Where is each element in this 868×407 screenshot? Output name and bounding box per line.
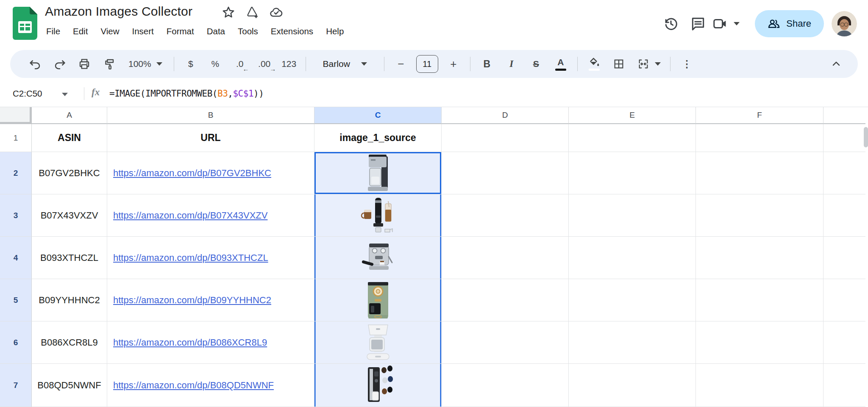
- cell-c7[interactable]: [314, 364, 442, 407]
- url-link[interactable]: https://amazon.com/dp/B08QD5NWNF: [113, 380, 274, 391]
- row-header-4[interactable]: 4: [0, 237, 32, 279]
- share-button[interactable]: Share: [755, 10, 824, 37]
- cell-d4[interactable]: [442, 237, 569, 279]
- column-header-partial[interactable]: [823, 107, 868, 124]
- cell-b5[interactable]: https://amazon.com/dp/B09YYHHNC2: [107, 279, 314, 321]
- column-header-b[interactable]: B: [107, 107, 314, 124]
- cell-f4[interactable]: [696, 237, 823, 279]
- name-box[interactable]: C2:C50: [13, 80, 42, 107]
- document-title[interactable]: Amazon Images Collector: [45, 4, 192, 19]
- cell-c1[interactable]: image_1_source: [314, 124, 442, 152]
- cell-d1[interactable]: [442, 124, 569, 152]
- cell-g6[interactable]: [823, 321, 868, 364]
- cell-e3[interactable]: [569, 194, 696, 237]
- cell-e2[interactable]: [569, 152, 696, 194]
- move-icon[interactable]: [245, 5, 259, 19]
- menu-insert[interactable]: Insert: [125, 24, 160, 39]
- format-currency-button[interactable]: $: [181, 55, 200, 73]
- paint-format-button[interactable]: [100, 55, 118, 73]
- cell-f2[interactable]: [696, 152, 823, 194]
- cloud-status-icon[interactable]: [269, 5, 284, 19]
- cell-g2[interactable]: [823, 152, 868, 194]
- row-header-5[interactable]: 5: [0, 279, 32, 321]
- cell-e4[interactable]: [569, 237, 696, 279]
- cell-b2[interactable]: https://amazon.com/dp/B07GV2BHKC: [107, 152, 314, 194]
- italic-button[interactable]: I: [502, 55, 521, 73]
- url-link[interactable]: https://amazon.com/dp/B09YYHHNC2: [113, 295, 271, 306]
- cell-e6[interactable]: [569, 321, 696, 364]
- menu-data[interactable]: Data: [200, 24, 231, 39]
- cell-d7[interactable]: [442, 364, 569, 407]
- vertical-scrollbar[interactable]: [865, 107, 868, 407]
- column-header-a[interactable]: A: [32, 107, 107, 124]
- fill-color-button[interactable]: [585, 55, 604, 73]
- cell-e1[interactable]: [569, 124, 696, 152]
- cell-a5[interactable]: B09YYHHNC2: [32, 279, 107, 321]
- borders-button[interactable]: [609, 55, 628, 73]
- row-header-6[interactable]: 6: [0, 321, 32, 364]
- cell-c4[interactable]: [314, 237, 442, 279]
- cell-d2[interactable]: [442, 152, 569, 194]
- cell-f1[interactable]: [696, 124, 823, 152]
- cell-f6[interactable]: [696, 321, 823, 364]
- cell-d3[interactable]: [442, 194, 569, 237]
- cell-b7[interactable]: https://amazon.com/dp/B08QD5NWNF: [107, 364, 314, 407]
- font-select[interactable]: Barlow: [313, 55, 377, 73]
- row-header-1[interactable]: 1: [0, 124, 32, 152]
- merge-caret-icon[interactable]: [653, 55, 663, 73]
- version-history-icon[interactable]: [657, 10, 684, 37]
- menu-view[interactable]: View: [94, 24, 125, 39]
- cell-g7[interactable]: [823, 364, 868, 407]
- column-header-f[interactable]: F: [696, 107, 823, 124]
- bold-button[interactable]: B: [478, 55, 496, 73]
- merge-cells-button[interactable]: [634, 55, 653, 73]
- hide-menus-button[interactable]: [827, 55, 846, 73]
- cell-d5[interactable]: [442, 279, 569, 321]
- star-icon[interactable]: [221, 5, 236, 19]
- more-toolbar-options-button[interactable]: ⋮: [678, 55, 696, 73]
- print-button[interactable]: [75, 55, 94, 73]
- cell-a6[interactable]: B086XCR8L9: [32, 321, 107, 364]
- url-link[interactable]: https://amazon.com/dp/B086XCR8L9: [113, 337, 267, 348]
- cell-c3[interactable]: [314, 194, 442, 237]
- cell-a4[interactable]: B093XTHCZL: [32, 237, 107, 279]
- cell-f3[interactable]: [696, 194, 823, 237]
- text-color-button[interactable]: A: [551, 55, 570, 73]
- row-header-7[interactable]: 7: [0, 364, 32, 407]
- increase-font-size-button[interactable]: +: [444, 55, 463, 73]
- cell-a2[interactable]: B07GV2BHKC: [32, 152, 107, 194]
- url-link[interactable]: https://amazon.com/dp/B07GV2BHKC: [113, 168, 271, 179]
- cell-c6[interactable]: [314, 321, 442, 364]
- url-link[interactable]: https://amazon.com/dp/B07X43VXZV: [113, 210, 267, 221]
- strikethrough-button[interactable]: S: [527, 55, 545, 73]
- menu-file[interactable]: File: [40, 24, 67, 39]
- cell-a7[interactable]: B08QD5NWNF: [32, 364, 107, 407]
- cell-b6[interactable]: https://amazon.com/dp/B086XCR8L9: [107, 321, 314, 364]
- cell-g5[interactable]: [823, 279, 868, 321]
- vertical-scrollbar-thumb[interactable]: [864, 127, 868, 147]
- account-avatar[interactable]: [832, 11, 857, 36]
- cell-b3[interactable]: https://amazon.com/dp/B07X43VXZV: [107, 194, 314, 237]
- sheets-logo-icon[interactable]: [13, 7, 37, 40]
- redo-button[interactable]: [50, 55, 69, 73]
- decrease-font-size-button[interactable]: −: [392, 55, 410, 73]
- row-header-2[interactable]: 2: [0, 152, 32, 194]
- cell-f7[interactable]: [696, 364, 823, 407]
- comments-icon[interactable]: [684, 10, 712, 37]
- column-header-e[interactable]: E: [569, 107, 696, 124]
- menu-tools[interactable]: Tools: [231, 24, 264, 39]
- cell-f5[interactable]: [696, 279, 823, 321]
- select-all-corner[interactable]: [0, 107, 32, 124]
- menu-help[interactable]: Help: [320, 24, 350, 39]
- zoom-select[interactable]: 100%: [124, 55, 167, 73]
- format-percent-button[interactable]: %: [206, 55, 225, 73]
- name-box-caret-icon[interactable]: [62, 93, 68, 96]
- increase-decimal-button[interactable]: .00→: [255, 55, 274, 73]
- row-header-3[interactable]: 3: [0, 194, 32, 237]
- font-size-input[interactable]: 11: [416, 55, 438, 73]
- cell-e7[interactable]: [569, 364, 696, 407]
- url-link[interactable]: https://amazon.com/dp/B093XTHCZL: [113, 252, 268, 263]
- menu-format[interactable]: Format: [160, 24, 200, 39]
- menu-edit[interactable]: Edit: [67, 24, 94, 39]
- column-header-c[interactable]: C: [314, 107, 442, 124]
